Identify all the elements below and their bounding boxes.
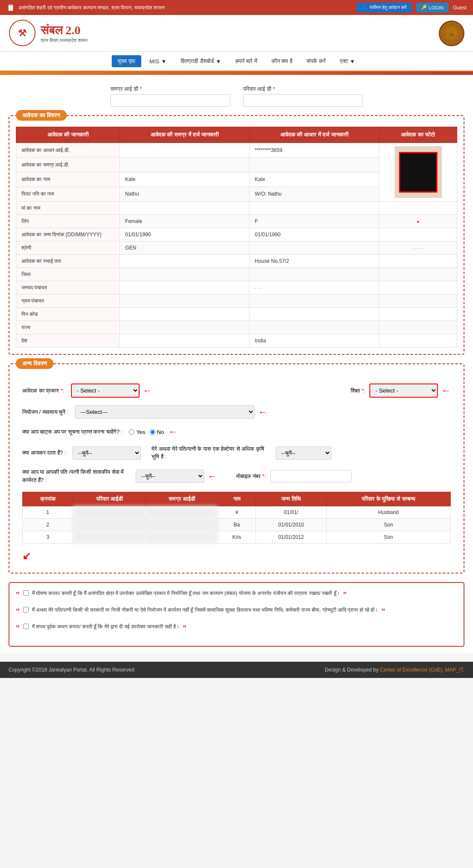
login-button[interactable]: 🔑 LOGIN [416,3,449,12]
col-header-aadhar: आवेदक की आधार में दर्ज जानकारी [250,127,379,143]
row-label-1: आवेदक का समग्र आई.डी. [16,158,120,172]
family-cell-id-2: 2 [23,518,73,531]
row-aadhar-14: India [250,334,379,348]
nav-dashboard[interactable]: हितग्राही डैशबोर्ड▼ [175,55,227,67]
row-samgra-2: Kale [120,172,250,187]
declaration-checkbox-3[interactable] [23,624,29,629]
table-row: देश India [16,334,457,348]
row-samgra-14 [120,334,250,348]
orange-bar [0,71,473,75]
other-section-title: अन्य विवरण [16,358,54,369]
parivar-id-input[interactable] [243,94,363,107]
education-select[interactable]: - Select - [369,383,438,398]
table-row: जनपद पंचायत - . - [16,281,457,294]
row-aadhar-11 [250,294,379,308]
row-label-3: पिता/ पति का नाम [16,187,120,201]
svg-text:⚒: ⚒ [18,28,27,39]
family-cell-dob-2: 01/01/2010 [256,518,326,531]
row-samgra-10 [120,281,250,294]
svg-text:🏛: 🏛 [449,31,455,38]
whatsapp-no-radio[interactable] [150,429,155,435]
whatsapp-yes-radio[interactable] [129,429,134,435]
row-label-14: देश [16,334,120,348]
hectare-select[interactable]: --चुनें-- [276,446,331,460]
whatsapp-yes-option[interactable]: Yes [129,429,145,435]
table-row: लिंग Female F ● [16,215,457,228]
footer-dev-link[interactable]: Center of Excellence (CoE), MAP_IT. [380,667,464,673]
row-aadhar-13 [250,321,379,334]
row-govt-service: क्या आप या आपकी पति /पत्नी किसी शासकीय स… [22,468,451,484]
nav-act[interactable]: एक्ट▼ [334,55,361,67]
nav-home[interactable]: मुख्य पृष्ठ [112,55,141,67]
family-cell-dob-3: 01/01/2012 [256,531,326,543]
table-row: जिला [16,268,457,281]
declaration-checkbox-2[interactable] [23,607,29,612]
col-header-label: आवेदक की जानकारी [16,127,120,143]
id-fields-row: समग्र आई डी * परिवार आई डी * [9,81,464,115]
row-aadhar-6: 01/01/1990 [250,228,379,241]
main-content: समग्र आई डी * परिवार आई डी * आवेदक का वि… [0,75,473,653]
declaration-checkbox-1[interactable] [23,590,29,596]
row-whatsapp: क्या आप व्हाट्स अप पर सूचना प्राप्त करना… [22,426,451,437]
family-cell-id-3: 3 [23,531,73,543]
nav-mis[interactable]: MIS▼ [143,56,173,67]
row-samgra-12 [120,308,250,321]
logo-area: ⚒ संबल 2.0 श्रम विभाग,मध्यप्रदेश शासन [9,19,87,47]
footer-copyright: Copyright ©2018 Jankalyan Portal. All Ri… [9,667,134,673]
row-aadhar-9 [250,268,379,281]
whatsapp-no-option[interactable]: No [150,429,164,435]
navigation: मुख्य पृष्ठ MIS▼ हितग्राही डैशबोर्ड▼ हमा… [0,52,473,71]
row-aadhar-10: - . - [250,281,379,294]
nav-about[interactable]: हमारे बारे में [229,55,263,67]
applicant-section-content: आवेदक की जानकारी आवेदक की समग्र में दर्ज… [16,127,457,348]
income-tax-select[interactable]: --चुनें-- [72,446,141,460]
table-row: श्रेणी GEN - . - . - [16,241,457,255]
family-cell-parivar-2 [73,518,146,531]
row-samgra-8 [120,255,250,268]
row-samgra-6: 01/01/1990 [120,228,250,241]
bottom-arrow-area: ↙ [22,550,451,562]
family-cell-samgra-3 [146,531,218,543]
nav-contact[interactable]: संपर्क करें [300,55,332,67]
footer: Copyright ©2018 Jankalyan Portal. All Ri… [0,662,473,678]
row-samgra-0 [120,143,250,158]
declaration-2: " मैं अथवा मेरे पति/पत्नी किसी भी सरकारी… [16,606,457,618]
family-cell-samgra-2 [146,518,218,531]
whatsapp-label: क्या आप व्हाट्स अप पर सूचना प्राप्त करना… [22,428,122,435]
logo-subtitle: श्रम विभाग,मध्यप्रदेश शासन [41,38,87,43]
guest-label: Guest [453,5,467,11]
row-aadhar-7 [250,241,379,255]
samgra-id-input[interactable] [110,94,230,107]
row-aadhar-2: Kale [250,172,379,187]
nav-who[interactable]: कौन क्या है [265,55,298,67]
logo-graphic: ⚒ [9,19,36,47]
row-label-13: राज्य [16,321,120,334]
banner-text: असंगठित शहरी एवं ग्रामीण कर्मकार कल्याण … [18,5,165,11]
table-row: आवेदक का जन्म दिनांक (DD/MM/YYYY) 01/01/… [16,228,457,241]
hectare-label: मेरे अथवा मेरे पति/पत्नी के पास एक हेक्ट… [152,445,271,461]
arrow-applicant-type: ← [143,385,152,396]
family-cell-relation-1: Husband [327,506,451,518]
arrow-education: ← [441,385,451,396]
banner-left: 📋 असंगठित शहरी एवं ग्रामीण कर्मकार कल्या… [6,3,165,12]
parivar-id-label: परिवार आई डी * [243,86,363,92]
mobile-label: मोबाइल नंबर *: [236,473,266,480]
row-applicant-type: आवेदक का प्रकार *: - Select - ← शिक्षा *… [22,383,451,398]
applicant-type-select[interactable]: - Select - [71,383,140,398]
row-samgra-5: Female [120,215,250,228]
other-section: अन्य विवरण आवेदक का प्रकार *: - Select -… [9,363,464,574]
row-aadhar-1 [250,158,379,172]
mobile-input[interactable] [270,470,352,482]
declaration-text-2: मैं अथवा मेरे पति/पत्नी किसी भी सरकारी य… [32,606,378,614]
col-header-samgra: आवेदक की समग्र में दर्ज जानकारी [120,127,250,143]
govt-service-select[interactable]: --चुनें-- [136,470,204,483]
family-row-2: 2 Ba 01/01/2010 Son [23,518,451,531]
row-label-2: आवेदक का नाम [16,172,120,187]
family-col-relation: परिवार के मुखिया से सम्बन्ध [327,492,451,506]
employment-select[interactable]: ---Select--- [75,405,255,419]
family-table: क्रमांक परिवार आईडी समग्र आईडी नाम जन्म … [22,492,451,544]
declaration-text-3: मैं शपथ पूर्वक कथन करता/ करती हूँ कि मेर… [32,623,179,630]
row-label-9: जिला [16,268,120,281]
arrow-employment: ← [258,407,268,418]
register-button[interactable]: 👤 पंजीयन हेतु आवेदन करें [357,3,412,12]
